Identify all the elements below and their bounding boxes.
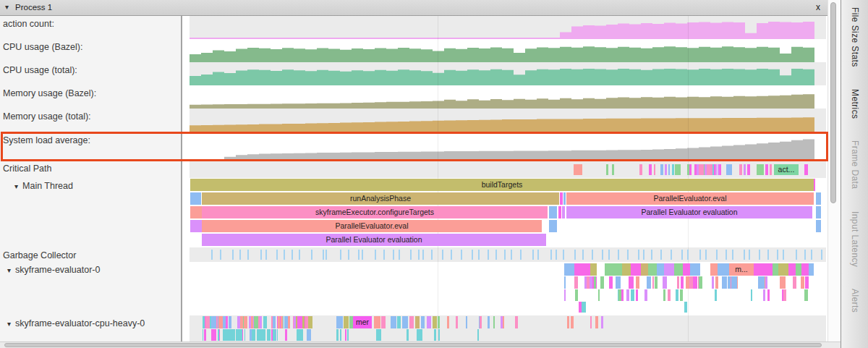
trace-slice[interactable] xyxy=(618,250,619,260)
trace-slice[interactable] xyxy=(767,250,769,260)
trace-slice[interactable] xyxy=(631,263,641,276)
trace-slice[interactable] xyxy=(442,250,443,260)
trace-slice[interactable] xyxy=(796,263,801,276)
trace-slice[interactable] xyxy=(760,276,765,289)
trace-slice[interactable] xyxy=(427,316,431,328)
trace-slice[interactable] xyxy=(699,250,701,260)
trace-slice[interactable] xyxy=(805,276,809,289)
trace-slice[interactable] xyxy=(478,250,480,260)
trace-slice[interactable] xyxy=(288,316,290,328)
trace-slice[interactable] xyxy=(477,329,479,341)
trace-slice[interactable]: mer xyxy=(353,316,372,328)
trace-slice[interactable] xyxy=(644,289,647,301)
trace-slice[interactable] xyxy=(236,329,237,341)
trace-slice[interactable] xyxy=(629,276,634,289)
trace-slice[interactable] xyxy=(273,316,276,328)
trace-slice[interactable] xyxy=(237,316,240,328)
trace-slice[interactable] xyxy=(203,329,203,341)
trace-slice[interactable]: ParallelEvaluator.eval xyxy=(202,220,542,232)
trace-slice[interactable] xyxy=(433,316,437,328)
trace-slice[interactable] xyxy=(816,192,821,205)
trace-slice[interactable] xyxy=(747,164,750,175)
trace-slice[interactable] xyxy=(811,250,812,260)
trace-slice[interactable] xyxy=(652,276,654,289)
trace-slice[interactable] xyxy=(749,250,750,260)
trace-slice[interactable] xyxy=(263,329,265,341)
trace-slice[interactable] xyxy=(247,250,249,260)
trace-slice[interactable] xyxy=(612,164,614,175)
horizontal-scrollbar[interactable] xyxy=(0,341,841,348)
trace-slice[interactable] xyxy=(618,289,621,301)
trace-slice[interactable] xyxy=(710,263,718,276)
trace-slice[interactable] xyxy=(590,316,592,328)
trace-slice[interactable] xyxy=(273,329,276,341)
trace-slice[interactable]: act... xyxy=(774,164,799,175)
trace-slice[interactable] xyxy=(278,316,280,328)
trace-slice[interactable] xyxy=(757,164,764,175)
trace-slice[interactable] xyxy=(684,302,687,313)
trace-slice[interactable] xyxy=(647,276,651,289)
side-tab-metrics[interactable]: Metrics xyxy=(850,89,860,119)
trace-slice[interactable] xyxy=(511,250,512,260)
track-label-skyframe-evaluator-0[interactable]: ▾skyframe-evaluator-0 xyxy=(7,265,187,275)
close-icon[interactable]: x xyxy=(816,2,820,12)
trace-slice[interactable] xyxy=(362,250,363,260)
trace-slice[interactable] xyxy=(537,250,539,260)
trace-slice[interactable] xyxy=(638,250,639,260)
trace-slice[interactable] xyxy=(718,263,729,276)
trace-slice[interactable] xyxy=(336,316,343,328)
trace-slice[interactable]: m... xyxy=(729,263,754,276)
trace-slice[interactable] xyxy=(675,164,681,175)
trace-slice[interactable] xyxy=(218,329,219,341)
trace-slice[interactable] xyxy=(622,263,631,276)
trace-slice[interactable] xyxy=(592,250,593,260)
trace-slice[interactable] xyxy=(220,250,221,260)
trace-slice[interactable] xyxy=(393,250,394,260)
trace-slice[interactable] xyxy=(265,250,267,260)
trace-slice[interactable] xyxy=(657,263,664,276)
trace-slice[interactable] xyxy=(782,276,786,289)
trace-slice[interactable] xyxy=(277,329,278,341)
trace-slice[interactable] xyxy=(431,250,433,260)
trace-slice[interactable]: runAnalysisPhase xyxy=(202,192,559,205)
trace-slice[interactable] xyxy=(268,329,270,341)
trace-slice[interactable] xyxy=(590,263,597,276)
trace-slice[interactable] xyxy=(297,329,301,341)
trace-slice[interactable] xyxy=(563,250,564,260)
counter-chart-mem-total[interactable] xyxy=(182,109,827,132)
trace-slice[interactable] xyxy=(294,316,296,328)
trace-slice[interactable] xyxy=(609,276,613,289)
trace-slice[interactable]: ParallelEvaluator.eval xyxy=(566,192,814,205)
side-tab-file-size-stats[interactable]: File Size Stats xyxy=(850,7,860,67)
trace-slice[interactable] xyxy=(488,316,490,328)
trace-slice[interactable] xyxy=(381,316,386,328)
trace-slice[interactable] xyxy=(348,250,349,260)
trace-slice[interactable] xyxy=(488,250,489,260)
counter-chart-action-count[interactable] xyxy=(182,16,827,39)
trace-slice[interactable] xyxy=(751,289,752,301)
trace-slice[interactable] xyxy=(391,316,396,328)
trace-slice[interactable] xyxy=(744,250,745,260)
trace-slice[interactable] xyxy=(796,250,797,260)
trace-slice[interactable] xyxy=(229,316,231,328)
trace-slice[interactable] xyxy=(415,316,420,328)
trace-slice[interactable] xyxy=(582,302,586,313)
trace-slice[interactable] xyxy=(564,289,566,301)
trace-slice[interactable] xyxy=(574,263,590,276)
trace-slice[interactable] xyxy=(323,250,324,260)
trace-slice[interactable] xyxy=(665,164,667,175)
trace-slice[interactable] xyxy=(232,329,235,341)
trace-slice[interactable] xyxy=(716,250,718,260)
trace-slice[interactable] xyxy=(683,263,690,276)
trace-slice[interactable] xyxy=(804,164,808,175)
trace-slice[interactable] xyxy=(549,206,557,218)
trace-slice[interactable] xyxy=(345,329,346,341)
trace-slice[interactable] xyxy=(376,329,381,341)
trace-slice[interactable] xyxy=(587,276,590,289)
trace-slice[interactable] xyxy=(305,316,308,328)
trace-slice[interactable] xyxy=(783,289,786,301)
trace-slice[interactable] xyxy=(242,329,243,341)
trace-slice[interactable] xyxy=(602,250,603,260)
trace-slice[interactable] xyxy=(641,263,648,276)
trace-slice[interactable] xyxy=(340,329,341,341)
